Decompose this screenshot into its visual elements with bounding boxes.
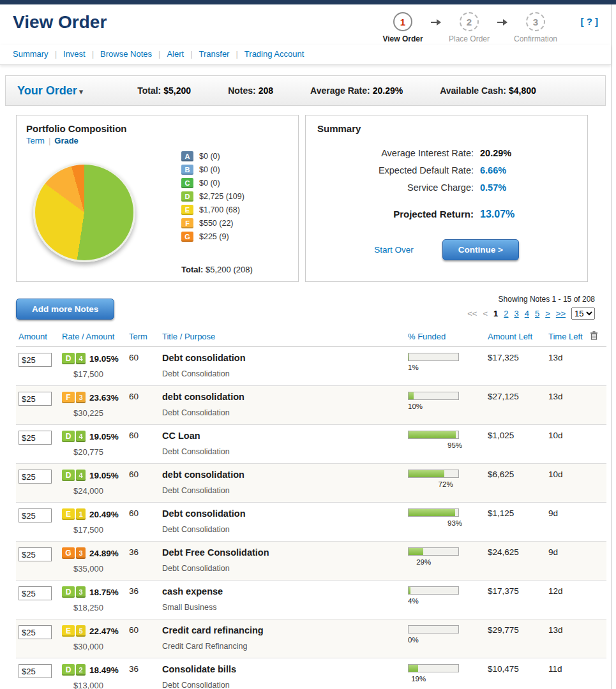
your-order-dropdown[interactable]: Your Order▾ <box>17 84 83 98</box>
start-over-link[interactable]: Start Over <box>374 245 414 255</box>
funded-progress-bar <box>408 586 459 595</box>
loan-purpose: Debt Consolidation <box>162 681 403 689</box>
loan-purpose: Credit Card Refinancing <box>162 642 403 651</box>
amount-left-value: $1,125 <box>488 508 514 518</box>
add-more-notes-button[interactable]: Add more Notes <box>16 299 114 320</box>
note-amount-input[interactable] <box>19 508 52 522</box>
col-header-amount[interactable]: Amount <box>16 327 59 347</box>
step-3-label: Confirmation <box>514 34 557 43</box>
amount-left-value: $17,325 <box>488 353 519 362</box>
nav-transfer[interactable]: Transfer <box>199 49 230 59</box>
grade-letter-badge: D <box>62 353 75 364</box>
page-prev-button[interactable]: < <box>483 309 488 318</box>
page-1-link[interactable]: 1 <box>493 309 498 318</box>
col-header-time-left[interactable]: Time Left <box>546 327 587 347</box>
notes-table-header: Amount Rate / Amount Term Title / Purpos… <box>16 327 606 347</box>
grade-subgrade-badge: 4 <box>76 470 86 481</box>
note-row: F 3 23.63% $30,225 60 debt consolidation… <box>16 386 606 425</box>
loan-term: 60 <box>129 508 139 518</box>
amount-left-value: $17,375 <box>488 586 519 596</box>
grade-badge: F 3 23.63% <box>62 392 124 403</box>
note-amount-input[interactable] <box>19 431 52 445</box>
time-left-value: 13d <box>548 353 563 362</box>
page-next-button[interactable]: > <box>545 309 550 318</box>
masthead: View Order 1 View Order 2 Place Order 3 … <box>0 4 611 45</box>
page-2-link[interactable]: 2 <box>504 309 508 318</box>
grade-subgrade-badge: 3 <box>76 586 86 598</box>
amount-left-value: $27,125 <box>488 392 519 401</box>
grade-letter-badge: D <box>62 586 75 598</box>
grade-swatch: D <box>181 191 193 202</box>
grade-subgrade-badge: 2 <box>76 664 86 676</box>
loan-amount: $24,000 <box>62 486 124 496</box>
note-row: D 2 18.49% $13,000 36 Consolidate bills … <box>16 658 606 689</box>
expected-default-rate-label: Expected Default Rate: <box>317 165 480 175</box>
grade-legend: A $0 (0) B $0 (0) C $0 (0) D $2,725 (109… <box>181 151 244 245</box>
note-amount-input[interactable] <box>19 547 52 561</box>
nav-separator: | <box>190 49 192 59</box>
portfolio-panel-title: Portfolio Composition <box>26 123 289 134</box>
nav-separator: | <box>236 49 237 59</box>
col-header-term[interactable]: Term <box>126 327 160 347</box>
page-last-button[interactable]: >> <box>556 309 566 318</box>
nav-alert[interactable]: Alert <box>167 49 184 59</box>
portfolio-composition-panel: Portfolio Composition Term|Grade A $0 (0… <box>16 115 299 282</box>
col-header-rate-amount[interactable]: Rate / Amount <box>59 327 126 347</box>
help-link[interactable]: [ ? ] <box>581 16 599 27</box>
grade-badge: D 4 19.05% <box>62 353 124 364</box>
funded-progress-fill <box>409 548 423 555</box>
page-title: View Order <box>13 12 107 33</box>
loan-amount: $13,000 <box>62 681 124 689</box>
note-amount-input[interactable] <box>19 625 52 639</box>
top-brand-strip <box>0 0 616 4</box>
page-5-link[interactable]: 5 <box>535 309 539 318</box>
note-amount-input[interactable] <box>19 392 52 406</box>
step-arrow-icon <box>497 19 508 28</box>
legend-total: Total: $5,200 (208) <box>181 265 253 274</box>
loan-term: 60 <box>129 625 139 635</box>
funded-percent-label: 10% <box>408 403 483 410</box>
expected-default-rate-value: 6.66% <box>480 165 576 175</box>
note-amount-input[interactable] <box>19 586 52 600</box>
amount-left-value: $10,475 <box>488 664 519 674</box>
page-3-link[interactable]: 3 <box>515 309 519 318</box>
funded-percent-label: 4% <box>408 597 483 605</box>
note-amount-input[interactable] <box>19 470 52 484</box>
legend-amount: $0 (0) <box>199 165 220 174</box>
page-4-link[interactable]: 4 <box>525 309 529 318</box>
note-row: D 4 19.05% $24,000 60 debt consolidation… <box>16 464 606 503</box>
nav-browse-notes[interactable]: Browse Notes <box>100 49 152 59</box>
grade-letter-badge: E <box>62 508 75 520</box>
time-left-value: 10d <box>548 470 563 479</box>
col-header-funded[interactable]: % Funded <box>405 327 485 347</box>
tab-term[interactable]: Term <box>26 136 45 145</box>
loan-title: debt consolidation <box>162 392 403 402</box>
funded-progress-fill <box>409 665 418 672</box>
loan-term: 36 <box>129 547 139 557</box>
note-amount-input[interactable] <box>19 353 52 367</box>
delete-all-trash-icon[interactable] <box>590 331 598 342</box>
tab-grade[interactable]: Grade <box>54 136 79 145</box>
grade-letter-badge: E <box>62 625 75 637</box>
grade-badge: D 4 19.05% <box>62 431 124 442</box>
nav-trading-account[interactable]: Trading Account <box>244 49 304 59</box>
funded-progress-fill <box>409 353 409 360</box>
interest-rate: 19.05% <box>89 354 119 364</box>
col-header-amount-left[interactable]: Amount Left <box>485 327 546 347</box>
funded-progress-fill <box>409 470 444 477</box>
funded-progress-bar <box>408 625 459 633</box>
main-nav: Summary| Invest| Browse Notes| Alert| Tr… <box>0 45 611 65</box>
col-header-title-purpose[interactable]: Title / Purpose <box>160 327 405 347</box>
page-size-select[interactable]: 15 <box>571 307 595 320</box>
note-amount-input[interactable] <box>19 664 52 678</box>
grade-subgrade-badge: 3 <box>76 547 86 559</box>
nav-invest[interactable]: Invest <box>63 49 86 59</box>
continue-button[interactable]: Continue > <box>442 239 519 260</box>
loan-amount: $17,500 <box>62 525 124 535</box>
loan-term: 36 <box>129 664 139 674</box>
nav-summary[interactable]: Summary <box>13 49 49 59</box>
time-left-value: 13d <box>548 625 563 635</box>
loan-amount: $30,000 <box>62 642 124 651</box>
interest-rate: 24.89% <box>89 549 119 558</box>
page-first-button[interactable]: << <box>467 309 477 318</box>
